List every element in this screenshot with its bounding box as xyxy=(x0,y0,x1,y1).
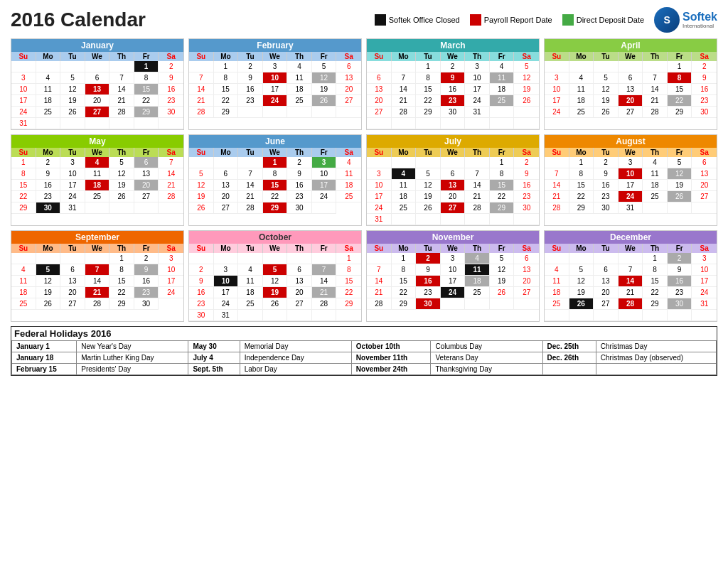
august-header: August xyxy=(545,135,717,148)
cal-cell: 12 xyxy=(263,276,288,287)
cal-cell: 6 xyxy=(367,72,392,84)
cal-cell: 1 xyxy=(668,61,692,72)
cal-cell: 12 xyxy=(490,264,515,276)
cal-cell: 8 xyxy=(336,264,361,276)
cal-cell: 13 xyxy=(60,276,85,287)
cal-cell xyxy=(441,157,466,168)
cal-cell: 4 xyxy=(336,157,361,168)
dow-sa: Sa xyxy=(514,52,539,61)
cal-cell xyxy=(465,118,490,129)
cal-cell: 14 xyxy=(619,276,643,287)
cal-cell: 14 xyxy=(643,84,668,95)
cal-cell: 16 xyxy=(692,84,717,95)
cal-cell xyxy=(545,253,569,264)
cal-cell: 25 xyxy=(36,107,61,118)
cal-cell: 3 xyxy=(263,61,288,72)
cal-cell xyxy=(441,118,466,129)
cal-cell: 25 xyxy=(238,298,263,310)
cal-cell: 30 xyxy=(134,298,159,310)
dow-th: Th xyxy=(287,244,312,253)
cal-cell-feb-24: 24 xyxy=(263,95,288,107)
cal-cell: 14 xyxy=(109,84,134,95)
cal-cell: 3 xyxy=(11,72,36,84)
cal-cell: 10 xyxy=(159,264,183,276)
cal-cell: 4 xyxy=(238,264,263,276)
cal-cell xyxy=(619,253,643,264)
cal-cell: 19 xyxy=(594,95,619,107)
holiday-date: January 1 xyxy=(12,341,77,352)
cal-cell: 2 xyxy=(134,253,159,264)
cal-cell xyxy=(238,310,263,321)
cal-cell xyxy=(238,107,263,118)
logo-text-block: Softek International xyxy=(682,11,717,29)
dow-th: Th xyxy=(643,52,668,61)
december-header: December xyxy=(545,231,717,244)
holiday-date: May 30 xyxy=(188,341,240,352)
dow-su: Su xyxy=(545,52,569,61)
cal-cell xyxy=(367,118,392,129)
holiday-name: Presidents' Day xyxy=(77,364,188,375)
cal-cell: 19 xyxy=(416,191,441,202)
cal-cell: 19 xyxy=(312,84,337,95)
cal-cell xyxy=(465,298,490,310)
cal-cell: 28 xyxy=(392,107,417,118)
cal-cell: 29 xyxy=(643,298,668,310)
dow-mo: Mo xyxy=(214,148,239,157)
may-grid: 1 2 3 4 5 6 7 8 9 10 11 12 13 14 15 16 1… xyxy=(11,157,183,214)
cal-cell: 28 xyxy=(238,202,263,214)
cal-cell: 20 xyxy=(287,287,312,298)
cal-cell: 1 xyxy=(214,61,239,72)
logo-circle: S xyxy=(654,7,680,33)
cal-cell: 21 xyxy=(545,191,569,202)
cal-cell: 28 xyxy=(643,107,668,118)
dow-th: Th xyxy=(287,52,312,61)
logo-sub: International xyxy=(682,23,717,29)
dow-tu: Tu xyxy=(416,244,441,253)
cal-cell: 5 xyxy=(569,264,594,276)
cal-cell: 6 xyxy=(60,264,85,276)
november-dow: Su Mo Tu We Th Fr Sa xyxy=(367,244,539,253)
cal-cell xyxy=(60,118,85,129)
dow-sa: Sa xyxy=(159,244,183,253)
holiday-row: February 15 Presidents' Day Sept. 5th La… xyxy=(12,364,717,375)
march-dow: Su Mo Tu We Th Fr Sa xyxy=(367,52,539,61)
cal-cell: 13 xyxy=(336,72,361,84)
cal-cell: 21 xyxy=(109,95,134,107)
cal-cell: 15 xyxy=(392,276,417,287)
dow-tu: Tu xyxy=(60,148,85,157)
dow-fr: Fr xyxy=(134,244,159,253)
dow-su: Su xyxy=(11,52,36,61)
cal-cell: 22 xyxy=(336,287,361,298)
cal-cell: 8 xyxy=(416,72,441,84)
cal-cell: 25 xyxy=(11,298,36,310)
cal-cell-oct-7: 7 xyxy=(312,264,337,276)
legend-deposit-label: Direct Deposit Date xyxy=(577,16,644,24)
cal-cell xyxy=(287,107,312,118)
dow-mo: Mo xyxy=(392,52,417,61)
august-grid: 1 2 3 4 5 6 7 8 9 10 11 12 13 14 15 16 1… xyxy=(545,157,717,214)
cal-cell: 23 xyxy=(514,191,539,202)
holiday-name xyxy=(596,364,716,375)
cal-cell: 17 xyxy=(545,95,569,107)
cal-cell: 18 xyxy=(569,95,594,107)
cal-cell-jul-13: 13 xyxy=(441,180,466,191)
cal-cell xyxy=(85,118,110,129)
cal-cell: 23 xyxy=(441,95,466,107)
cal-cell: 22 xyxy=(263,191,288,202)
cal-cell: 17 xyxy=(214,287,239,298)
cal-cell: 12 xyxy=(60,84,85,95)
cal-cell xyxy=(594,61,619,72)
holiday-name: Martin Luther King Day xyxy=(77,352,188,364)
cal-cell: 24 xyxy=(312,191,337,202)
cal-cell xyxy=(109,118,134,129)
cal-cell: 31 xyxy=(367,214,392,225)
cal-cell: 28 xyxy=(159,191,183,202)
federal-holidays-title: Federal Holidays 2016 xyxy=(11,327,717,340)
dow-fr: Fr xyxy=(490,52,515,61)
holiday-date: November 11th xyxy=(351,352,431,364)
cal-cell xyxy=(490,118,515,129)
cal-cell: 31 xyxy=(465,107,490,118)
dow-sa: Sa xyxy=(692,52,717,61)
dow-tu: Tu xyxy=(238,52,263,61)
legend-payroll: Payroll Report Date xyxy=(470,14,552,26)
